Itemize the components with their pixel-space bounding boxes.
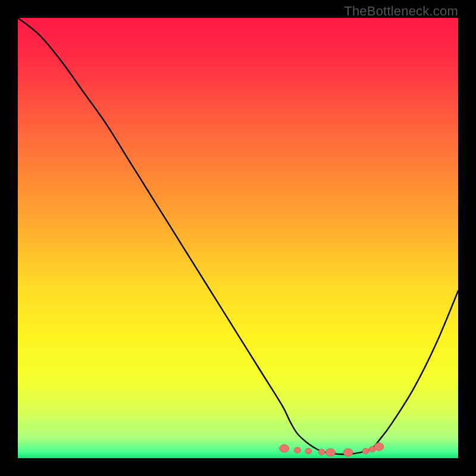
chart-frame: TheBottleneck.com: [0, 0, 476, 476]
optimal-marker: [362, 448, 369, 454]
optimal-marker: [305, 448, 312, 454]
bottleneck-curve: [18, 18, 458, 455]
optimal-marker: [374, 443, 384, 450]
optimal-marker-group: [280, 443, 384, 456]
optimal-marker: [318, 449, 325, 455]
optimal-marker: [280, 444, 289, 452]
curve-layer: [18, 18, 458, 458]
optimal-marker: [325, 449, 335, 456]
optimal-marker: [294, 447, 300, 453]
plot-area: [18, 18, 458, 458]
watermark-text: TheBottleneck.com: [344, 4, 458, 19]
optimal-marker: [343, 449, 353, 456]
